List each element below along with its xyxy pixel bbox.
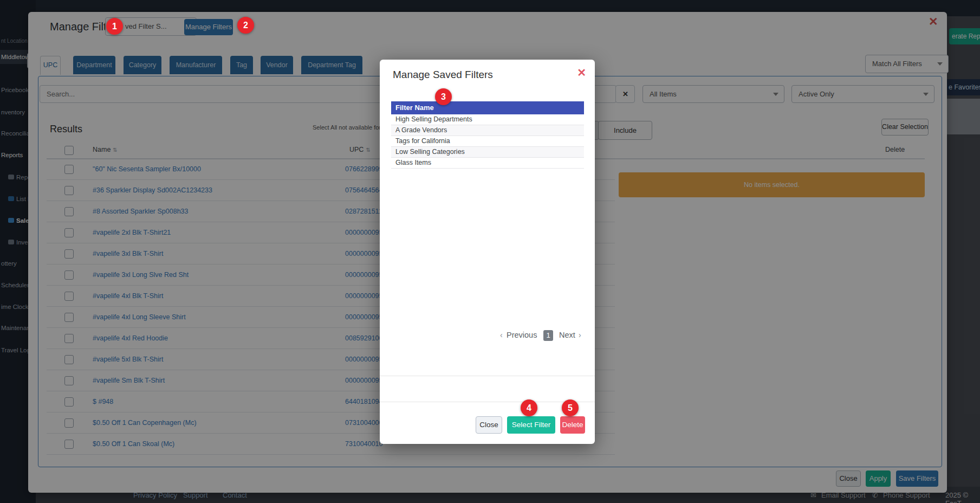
- saved-filter-row[interactable]: High Selling Departments: [391, 114, 584, 125]
- delete-filter-button[interactable]: Delete: [560, 416, 585, 434]
- manage-saved-filters-modal: Manage Saved Filters ✕ Filter Name High …: [380, 60, 595, 444]
- saved-filter-row[interactable]: A Grade Vendors: [391, 125, 584, 136]
- previous-chevron-icon: ‹: [500, 331, 503, 339]
- step-badge-2: 2: [237, 17, 254, 34]
- saved-filter-row[interactable]: Low Selling Categories: [391, 147, 584, 158]
- modal-close-icon[interactable]: ✕: [577, 66, 586, 79]
- pagination-divider: [380, 376, 595, 376]
- step-badge-3: 3: [435, 88, 452, 105]
- select-filter-button[interactable]: Select Filter: [507, 416, 555, 434]
- page-number[interactable]: 1: [543, 330, 553, 341]
- saved-filter-row[interactable]: Tags for California: [391, 136, 584, 147]
- filter-name-header: Filter Name: [391, 101, 584, 114]
- saved-filter-row[interactable]: Glass Items: [391, 158, 584, 169]
- next-chevron-icon: ›: [579, 331, 581, 339]
- footer-divider: [380, 402, 595, 402]
- saved-filters-list: Filter Name High Selling Departments A G…: [391, 101, 584, 169]
- step-badge-5: 5: [562, 399, 579, 416]
- modal-title: Manage Saved Filters: [393, 69, 493, 81]
- step-badge-4: 4: [521, 399, 537, 416]
- step-badge-1: 1: [106, 18, 123, 35]
- next-page-button[interactable]: Next: [559, 331, 575, 339]
- previous-page-button[interactable]: Previous: [507, 331, 537, 339]
- modal-close-button[interactable]: Close: [476, 416, 502, 434]
